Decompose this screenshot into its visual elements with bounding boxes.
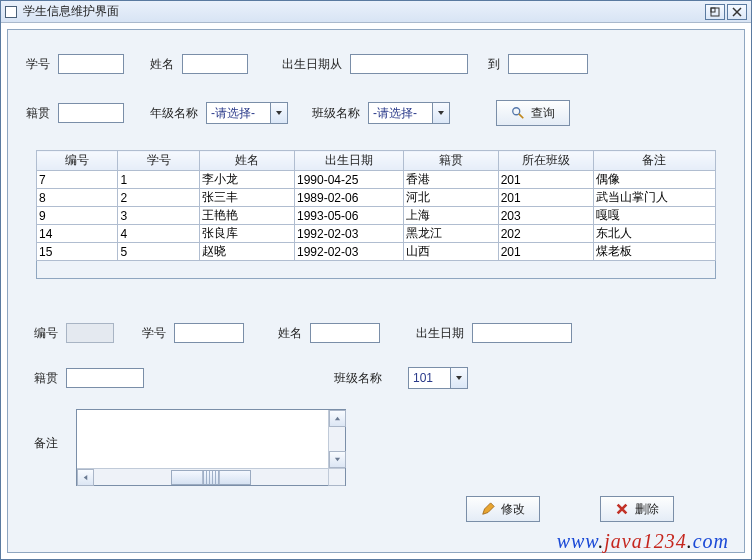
maximize-button[interactable] [705,4,725,20]
table-footer [36,261,716,279]
table-cell: 9 [37,207,118,225]
svg-rect-1 [711,8,715,12]
table-row[interactable]: 155赵晓1992-02-03山西201煤老板 [37,243,716,261]
class-select[interactable] [368,102,450,124]
chevron-down-icon[interactable] [270,102,288,124]
label-name: 姓名 [150,56,174,73]
results-table[interactable]: 编号 学号 姓名 出生日期 籍贯 所在班级 备注 71李小龙1990-04-25… [36,150,716,261]
table-row[interactable]: 82张三丰1989-02-06河北201武当山掌门人 [37,189,716,207]
table-cell: 1993-05-06 [294,207,403,225]
window-icon [5,6,17,18]
table-cell: 偶像 [593,171,715,189]
detail-class-select[interactable] [408,367,468,389]
table-cell: 1 [118,171,199,189]
grade-select-value[interactable] [206,102,270,124]
scroll-thumb[interactable] [171,470,251,485]
table-cell: 上海 [403,207,498,225]
titlebar: 学生信息维护界面 [1,1,751,23]
label-native-place: 籍贯 [26,105,50,122]
scroll-down-icon[interactable] [329,451,346,468]
table-cell: 嘎嘎 [593,207,715,225]
search-name-input[interactable] [182,54,248,74]
detail-birth-input[interactable] [472,323,572,343]
table-header-row: 编号 学号 姓名 出生日期 籍贯 所在班级 备注 [37,151,716,171]
scrollbar-horizontal[interactable] [77,468,345,485]
label-grade-name: 年级名称 [150,105,198,122]
scroll-corner [328,468,345,485]
class-select-value[interactable] [368,102,432,124]
label-class-name: 班级名称 [312,105,360,122]
table-row[interactable]: 144张良库1992-02-03黑龙江202东北人 [37,225,716,243]
modify-button[interactable]: 修改 [466,496,540,522]
query-button[interactable]: 查询 [496,100,570,126]
table-cell: 201 [498,171,593,189]
search-icon [511,106,525,120]
content-panel: 学号 姓名 出生日期从 到 籍贯 年级名称 班级名称 [7,29,745,553]
table-row[interactable]: 93王艳艳1993-05-06上海203嘎嘎 [37,207,716,225]
close-button[interactable] [727,4,747,20]
search-birth-from-input[interactable] [350,54,468,74]
table-cell: 张三丰 [199,189,294,207]
scroll-left-icon[interactable] [77,469,94,486]
table-cell: 5 [118,243,199,261]
detail-class-value[interactable] [408,367,450,389]
delete-icon [615,502,629,516]
chevron-down-icon[interactable] [432,102,450,124]
table-cell: 王艳艳 [199,207,294,225]
table-cell: 2 [118,189,199,207]
scroll-up-icon[interactable] [329,410,346,427]
modify-button-label: 修改 [501,501,525,518]
label-remark: 备注 [34,435,58,452]
th-class: 所在班级 [498,151,593,171]
svg-point-2 [513,108,520,115]
table-cell: 1992-02-03 [294,225,403,243]
search-student-no-input[interactable] [58,54,124,74]
table-cell: 4 [118,225,199,243]
table-cell: 201 [498,189,593,207]
label-student-no-d: 学号 [142,325,166,342]
label-id: 编号 [34,325,58,342]
table-cell: 202 [498,225,593,243]
table-cell: 东北人 [593,225,715,243]
label-name-d: 姓名 [278,325,302,342]
th-birth: 出生日期 [294,151,403,171]
chevron-down-icon[interactable] [450,367,468,389]
query-button-label: 查询 [531,105,555,122]
search-native-place-input[interactable] [58,103,124,123]
table-cell: 14 [37,225,118,243]
label-native-d: 籍贯 [34,370,58,387]
table-row[interactable]: 71李小龙1990-04-25香港201偶像 [37,171,716,189]
remark-row: 备注 [8,409,744,486]
window: 学生信息维护界面 学号 姓名 出生日期从 到 籍贯 年级名称 [0,0,752,560]
detail-student-no-input[interactable] [174,323,244,343]
table-cell: 1990-04-25 [294,171,403,189]
table-cell: 201 [498,243,593,261]
search-row-2: 籍贯 年级名称 班级名称 查询 [8,100,744,126]
remark-textarea[interactable] [76,409,346,486]
table-cell: 203 [498,207,593,225]
table-cell: 8 [37,189,118,207]
th-student-no: 学号 [118,151,199,171]
detail-row-2: 籍贯 班级名称 [8,367,744,389]
table-cell: 15 [37,243,118,261]
action-buttons: 修改 删除 [466,496,674,522]
table-cell: 香港 [403,171,498,189]
pencil-icon [481,502,495,516]
table-cell: 武当山掌门人 [593,189,715,207]
delete-button[interactable]: 删除 [600,496,674,522]
label-student-no: 学号 [26,56,50,73]
watermark: www.java1234.com [557,530,729,553]
table-cell: 3 [118,207,199,225]
detail-native-input[interactable] [66,368,144,388]
table-cell: 河北 [403,189,498,207]
table-cell: 李小龙 [199,171,294,189]
table-cell: 黑龙江 [403,225,498,243]
search-birth-to-input[interactable] [508,54,588,74]
th-id: 编号 [37,151,118,171]
detail-name-input[interactable] [310,323,380,343]
grade-select[interactable] [206,102,288,124]
label-birth-from: 出生日期从 [282,56,342,73]
table-cell: 张良库 [199,225,294,243]
scrollbar-vertical[interactable] [328,410,345,468]
label-class-d: 班级名称 [334,370,382,387]
